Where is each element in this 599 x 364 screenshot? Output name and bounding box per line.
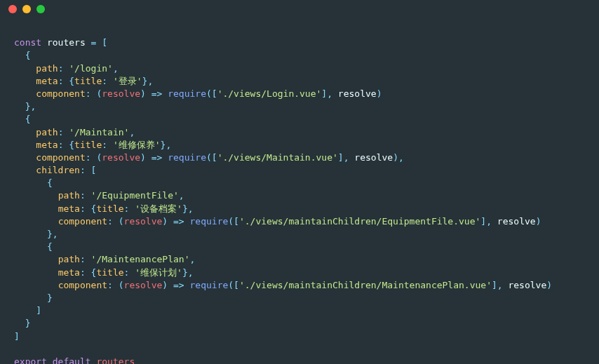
code-line: const routers = [: [14, 37, 107, 48]
code-line: {: [14, 114, 30, 124]
keyword-default: default: [53, 356, 91, 364]
code-line: path: '/MaintenancePlan',: [14, 254, 195, 264]
route-title: 设备档案: [140, 203, 177, 214]
component-src: ./views/maintainChildren/EquipmentFile.v…: [245, 216, 476, 227]
code-line: }: [14, 292, 53, 303]
code-line: path: '/Maintain',: [14, 127, 135, 137]
keyword-export: export: [14, 356, 47, 364]
code-line: meta: {title: '设备档案'},: [14, 203, 194, 214]
route-path: /Maintain: [74, 127, 123, 137]
prop-meta: meta: [36, 76, 58, 86]
prop-children: children: [36, 165, 80, 175]
component-src: ./views/Login.vue: [222, 88, 316, 99]
close-icon[interactable]: [8, 5, 17, 13]
code-line: export default routers: [14, 356, 135, 364]
code-line: path: '/login',: [14, 63, 119, 74]
route-title: 维保计划: [140, 267, 177, 278]
code-line: meta: {title: '维保计划'},: [14, 267, 194, 278]
param-resolve: resolve: [102, 88, 140, 99]
component-src: ./views/Maintain.vue: [222, 152, 332, 163]
fn-require: require: [168, 88, 206, 99]
route-path: /EquipmentFile: [96, 190, 173, 201]
route-path: /MaintenancePlan: [96, 254, 184, 264]
code-line: }: [14, 318, 30, 328]
minimize-icon[interactable]: [22, 5, 31, 13]
code-line: {: [14, 241, 53, 252]
export-identifier: routers: [96, 356, 135, 364]
code-snippet-window: const routers = [ { path: '/login', meta…: [0, 0, 599, 364]
code-area: const routers = [ { path: '/login', meta…: [0, 18, 599, 364]
code-line: meta: {title: '登录'},: [14, 76, 153, 86]
identifier-routers: routers: [47, 37, 86, 48]
code-line: meta: {title: '维修保养'},: [14, 140, 171, 150]
prop-title: title: [74, 76, 102, 86]
code-line: {: [14, 177, 53, 188]
code-line: {: [14, 50, 30, 60]
route-path: /login: [74, 63, 107, 74]
title-bar: [0, 0, 599, 18]
code-line: component: (resolve) => require(['./view…: [14, 216, 541, 227]
code-line: path: '/EquipmentFile',: [14, 190, 184, 201]
keyword-const: const: [14, 37, 41, 48]
code-line: ]: [14, 305, 41, 316]
maximize-icon[interactable]: [36, 5, 45, 13]
code-line: component: (resolve) => require(['./view…: [14, 88, 382, 99]
prop-path: path: [36, 63, 58, 74]
code-line: component: (resolve) => require(['./view…: [14, 152, 404, 163]
code-line: component: (resolve) => require(['./view…: [14, 280, 552, 290]
code-line: children: [: [14, 165, 96, 175]
code-line: ]: [14, 331, 20, 342]
component-src: ./views/maintainChildren/MaintenancePlan…: [245, 280, 486, 290]
arg-resolve: resolve: [338, 88, 377, 99]
route-title: 登录: [119, 76, 137, 86]
code-line: },: [14, 229, 58, 239]
prop-component: component: [36, 88, 85, 99]
code-line: },: [14, 101, 36, 112]
route-title: 维修保养: [119, 140, 155, 150]
